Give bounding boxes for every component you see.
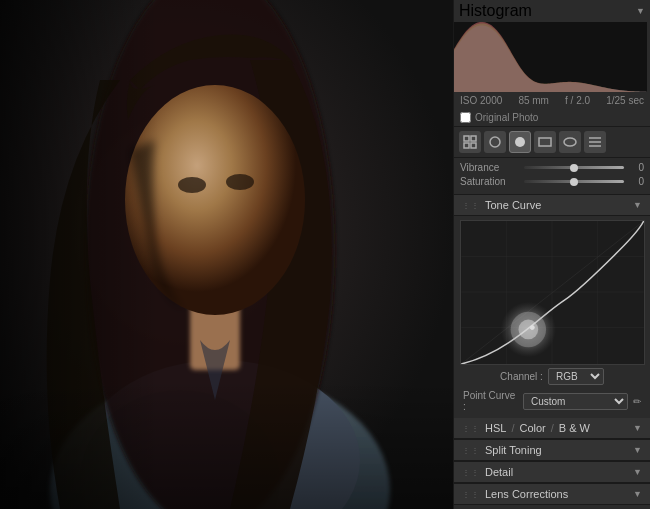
hsl-link-hsl[interactable]: HSL (485, 422, 506, 434)
hsl-link-bw[interactable]: B & W (559, 422, 590, 434)
svg-rect-12 (471, 136, 476, 141)
right-panel: Histogram ▼ ISO 2000 85 mm f / 2.0 1/25 … (453, 0, 650, 509)
channel-label: Channel : (500, 371, 543, 382)
original-photo-label: Original Photo (475, 112, 538, 123)
svg-point-18 (564, 138, 576, 146)
histogram-header: Histogram ▼ (454, 0, 650, 22)
camera-focal: 85 mm (518, 95, 549, 106)
curve-svg (461, 221, 644, 364)
tone-curve-chevron[interactable]: ▼ (633, 200, 642, 210)
lens-dots: ⋮⋮ (462, 490, 480, 499)
original-photo-checkbox[interactable] (460, 112, 471, 123)
vibrance-label: Vibrance (460, 162, 520, 173)
tool-grid[interactable] (459, 131, 481, 153)
hsl-section[interactable]: ⋮⋮ HSL / Color / B & W ▼ (454, 418, 650, 439)
histogram-title: Histogram (459, 2, 532, 20)
tone-curve-title: Tone Curve (485, 199, 541, 211)
channel-row: Channel : RGB Red Green Blue (458, 365, 646, 388)
hsl-chevron[interactable]: ▼ (633, 423, 642, 433)
svg-rect-10 (0, 380, 453, 509)
tone-curve-section-header[interactable]: ⋮⋮ Tone Curve ▼ (454, 195, 650, 216)
detail-chevron[interactable]: ▼ (633, 467, 642, 477)
tool-record[interactable] (509, 131, 531, 153)
vibrance-thumb[interactable] (570, 164, 578, 172)
svg-point-15 (490, 137, 500, 147)
saturation-track[interactable] (524, 180, 624, 183)
camera-aperture: f / 2.0 (565, 95, 590, 106)
detail-section[interactable]: ⋮⋮ Detail ▼ (454, 461, 650, 483)
hsl-div1: / (511, 422, 514, 434)
lens-corrections-section[interactable]: ⋮⋮ Lens Corrections ▼ (454, 483, 650, 505)
lens-title: Lens Corrections (485, 488, 568, 500)
tool-rect[interactable] (534, 131, 556, 153)
tools-row (454, 127, 650, 158)
detail-dots: ⋮⋮ (462, 468, 480, 477)
camera-info: ISO 2000 85 mm f / 2.0 1/25 sec (454, 92, 650, 109)
point-curve-row: Point Curve : Custom Linear Medium Contr… (458, 388, 646, 414)
saturation-value: 0 (628, 176, 644, 187)
curve-canvas-container[interactable] (460, 220, 645, 365)
lens-chevron[interactable]: ▼ (633, 489, 642, 499)
saturation-label: Saturation (460, 176, 520, 187)
basic-sliders: Vibrance 0 Saturation 0 (454, 158, 650, 195)
photo-panel (0, 0, 453, 509)
svg-rect-13 (464, 143, 469, 148)
saturation-row: Saturation 0 (460, 176, 644, 187)
original-photo-row[interactable]: Original Photo (454, 109, 650, 127)
portrait-svg (0, 0, 453, 509)
tool-circle[interactable] (484, 131, 506, 153)
split-toning-dots: ⋮⋮ (462, 446, 480, 455)
vibrance-track[interactable] (524, 166, 624, 169)
hsl-dots: ⋮⋮ (462, 424, 480, 433)
hsl-div2: / (551, 422, 554, 434)
svg-rect-14 (471, 143, 476, 148)
photo-canvas (0, 0, 453, 509)
pencil-icon[interactable]: ✏ (633, 396, 641, 407)
histogram-chart (454, 22, 647, 92)
camera-iso: ISO 2000 (460, 95, 502, 106)
saturation-thumb[interactable] (570, 178, 578, 186)
tone-curve-dots: ⋮⋮ (462, 201, 480, 210)
detail-title: Detail (485, 466, 513, 478)
split-toning-section[interactable]: ⋮⋮ Split Toning ▼ (454, 439, 650, 461)
tool-menu[interactable] (584, 131, 606, 153)
svg-rect-17 (539, 138, 551, 146)
tool-circle2[interactable] (559, 131, 581, 153)
camera-shutter: 1/25 sec (606, 95, 644, 106)
hsl-links: HSL / Color / B & W (485, 422, 633, 434)
point-curve-select[interactable]: Custom Linear Medium Contrast Strong Con… (523, 393, 628, 410)
histogram-canvas (454, 22, 647, 92)
histogram-chevron[interactable]: ▼ (636, 6, 645, 16)
split-toning-chevron[interactable]: ▼ (633, 445, 642, 455)
vibrance-row: Vibrance 0 (460, 162, 644, 173)
vibrance-value: 0 (628, 162, 644, 173)
channel-select[interactable]: RGB Red Green Blue (548, 368, 604, 385)
split-toning-title: Split Toning (485, 444, 542, 456)
svg-point-16 (515, 137, 525, 147)
hsl-link-color[interactable]: Color (519, 422, 545, 434)
svg-point-33 (518, 320, 538, 340)
point-curve-label: Point Curve : (463, 390, 518, 412)
svg-rect-11 (464, 136, 469, 141)
tone-curve-content: Channel : RGB Red Green Blue Point Curve… (454, 216, 650, 418)
